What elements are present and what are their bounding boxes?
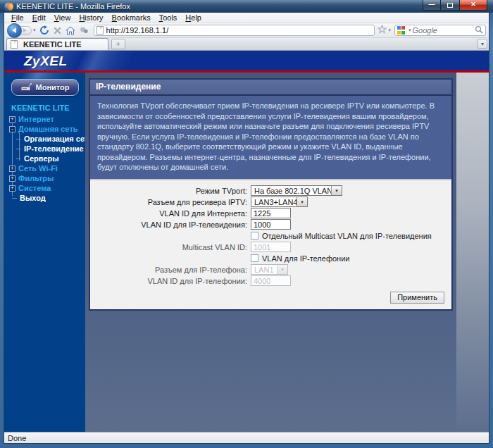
tree-tick — [16, 158, 21, 159]
search-icon[interactable] — [475, 24, 483, 37]
voip-vlan-checkbox[interactable] — [251, 254, 258, 262]
sidebar-item-system[interactable]: + Система — [4, 183, 85, 193]
url-input[interactable] — [106, 26, 373, 35]
menu-edit[interactable]: Edit — [28, 13, 50, 22]
tab-favicon-icon — [11, 40, 18, 49]
tree-tick — [16, 149, 21, 149]
reload-icon[interactable] — [39, 25, 49, 35]
bookmark-dropdown-icon[interactable]: ▾ — [388, 27, 391, 33]
page-title: IP-телевидение — [90, 80, 451, 96]
browser-window: KEENETIC LITE - Mozilla Firefox — ✕ File… — [0, 0, 493, 448]
history-dropdown-icon[interactable]: ▾ — [33, 27, 36, 33]
sidebar-item-wifi[interactable]: + Сеть Wi-Fi — [4, 163, 85, 173]
expand-plus-icon[interactable]: + — [9, 175, 15, 182]
sidebar-item-iptv[interactable]: IP-телевидение — [16, 144, 85, 154]
monitor-button[interactable]: Монитор — [11, 79, 79, 96]
iptv-settings-panel: IP-телевидение Технология TVport обеспеч… — [89, 78, 453, 311]
sidebar-item-servers[interactable]: Серверы — [16, 154, 85, 163]
menu-bookmarks[interactable]: Bookmarks — [108, 13, 155, 22]
sidebar-item-logout[interactable]: Выход — [12, 193, 85, 203]
menu-view[interactable]: View — [50, 13, 75, 22]
multicast-vlan-id-input — [251, 242, 291, 252]
sidebar-item-internet[interactable]: + Интернет — [4, 114, 85, 124]
multicast-vlan-checkbox-label: Отдельный Multicast VLAN для IP-телевиде… — [262, 232, 432, 240]
status-text: Done — [8, 434, 26, 442]
page-description: Технология TVport обеспечивает прием IP-… — [90, 96, 451, 180]
tree-tick — [16, 139, 21, 139]
back-arrow-icon — [12, 27, 16, 33]
search-input[interactable] — [413, 26, 475, 35]
monitor-button-label: Монитор — [36, 83, 70, 92]
stop-icon[interactable] — [54, 27, 61, 35]
page-viewport: ZyXEL Монитор — [4, 51, 489, 432]
list-all-tabs-button[interactable]: ▾ — [478, 39, 487, 49]
menu-tools[interactable]: Tools — [155, 13, 182, 22]
vlan-iptv-input[interactable] — [251, 219, 291, 230]
expand-plus-icon[interactable]: + — [9, 166, 15, 172]
sidebar-item-network-setup[interactable]: Организация сети — [16, 134, 85, 144]
title-bar[interactable]: KEENETIC LITE - Mozilla Firefox — ✕ — [0, 0, 493, 13]
address-bar[interactable] — [94, 25, 375, 36]
menu-history[interactable]: History — [75, 13, 107, 22]
multicast-vlan-id-label: Multicast VLAN ID: — [90, 243, 251, 251]
voip-port-label: Разъем для IP-телефона: — [90, 266, 251, 274]
tab-label: KEENETIC LITE — [23, 40, 82, 49]
google-engine-icon[interactable] — [397, 26, 406, 35]
extension-icon[interactable] — [80, 26, 89, 35]
firefox-icon — [4, 2, 13, 11]
maximize-button[interactable] — [441, 0, 459, 11]
vlan-internet-input[interactable] — [251, 208, 291, 218]
multicast-vlan-checkbox[interactable] — [251, 232, 258, 239]
close-button[interactable]: ✕ — [459, 0, 487, 11]
collapse-minus-icon[interactable]: - — [9, 126, 15, 132]
tvport-mode-select[interactable]: На базе 802.1Q VLAN ▾ — [251, 185, 342, 196]
zyxel-banner: ZyXEL — [4, 51, 489, 70]
vlan-internet-label: VLAN ID для Интернета: — [90, 209, 251, 218]
tab-bar: KEENETIC LITE + ▾ — [4, 38, 489, 51]
chevron-down-icon[interactable]: ▾ — [297, 197, 307, 206]
chevron-down-icon[interactable]: ▾ — [331, 186, 342, 195]
apply-button[interactable]: Применить — [390, 292, 444, 304]
new-tab-button[interactable]: + — [111, 39, 125, 49]
search-engine-dropdown-icon[interactable]: ▾ — [408, 27, 411, 33]
sidebar-item-home-network[interactable]: - Домашняя сеть — [4, 124, 85, 134]
voip-vlan-checkbox-label: VLAN для IP-телефонии — [262, 254, 349, 263]
expand-plus-icon[interactable]: + — [9, 116, 15, 123]
vlan-voip-label: VLAN ID для IP-телефонии: — [90, 277, 251, 285]
forward-arrow-icon — [23, 28, 27, 32]
vlan-voip-input — [251, 275, 291, 286]
tab-keenetic-lite[interactable]: KEENETIC LITE — [6, 38, 108, 50]
router-device-icon — [20, 83, 32, 92]
device-name: KEENETIC LITE — [4, 102, 85, 114]
expand-plus-icon[interactable]: + — [9, 185, 15, 192]
sidebar-tree: KEENETIC LITE + Интернет - Домашняя сеть… — [4, 102, 85, 203]
menu-file[interactable]: File — [7, 13, 28, 22]
voip-port-select: LAN1 ▾ — [251, 264, 288, 275]
iptv-port-select[interactable]: LAN3+LAN4 ▾ — [251, 197, 308, 207]
minimize-button[interactable]: — — [423, 0, 441, 11]
menu-help[interactable]: Help — [181, 13, 206, 22]
window-title: KEENETIC LITE - Mozilla Firefox — [16, 2, 130, 11]
home-icon[interactable] — [65, 26, 75, 35]
iptv-port-label: Разъем для ресивера IPTV: — [90, 198, 251, 206]
zyxel-logo: ZyXEL — [24, 54, 68, 69]
sidebar-nav: Монитор KEENETIC LITE + Интернет - Домаш… — [4, 73, 85, 432]
back-button[interactable] — [7, 23, 22, 38]
status-bar: Done — [4, 432, 489, 443]
chevron-down-icon: ▾ — [277, 265, 287, 274]
favicon-placeholder-icon — [96, 26, 104, 35]
iptv-form: Режим TVport: На базе 802.1Q VLAN ▾ Разъ… — [90, 180, 451, 309]
main-content-area: IP-телевидение Технология TVport обеспеч… — [85, 73, 489, 432]
tree-tick — [12, 198, 17, 199]
menu-bar: File Edit View History Bookmarks Tools H… — [4, 13, 489, 23]
page-right-margin — [456, 73, 489, 432]
bookmark-star-icon[interactable] — [377, 24, 387, 37]
search-bar[interactable]: ▾ — [394, 25, 486, 36]
vlan-iptv-label: VLAN ID для IP-телевидения: — [90, 220, 251, 229]
tvport-mode-label: Режим TVport: — [90, 187, 251, 195]
sidebar-item-filters[interactable]: + Фильтры — [4, 173, 85, 183]
navigation-toolbar: ▾ ▾ — [4, 23, 489, 38]
